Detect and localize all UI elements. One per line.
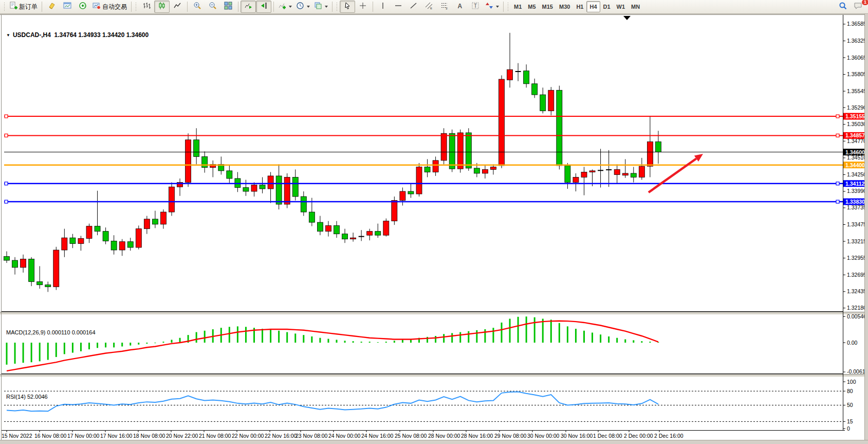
new-order-button[interactable]: 新订单: [7, 1, 40, 13]
time-tick-label: 21 Nov 08:00: [199, 433, 231, 439]
price-chart-canvas[interactable]: 1.365851.363251.360651.358051.355451.352…: [0, 0, 868, 444]
line-handle[interactable]: [5, 182, 8, 185]
crosshair-button[interactable]: [355, 1, 371, 13]
horizontal-line-icon: [394, 2, 402, 12]
indicators-button[interactable]: [276, 1, 294, 13]
line-handle[interactable]: [836, 115, 839, 118]
svg-text:E: E: [430, 7, 432, 10]
chart-shift-button[interactable]: [256, 1, 271, 13]
macd-signal-line: [7, 321, 658, 371]
horizontal-line-1.34112[interactable]: [4, 182, 843, 185]
bear-candle: [557, 90, 562, 166]
time-tick-label: 28 Nov 16:00: [461, 433, 493, 439]
indicators-icon: [278, 2, 286, 12]
toolbar-separator: [131, 2, 132, 12]
timeframe-m30[interactable]: M30: [556, 1, 573, 12]
candlestick-chart-icon: [158, 2, 166, 12]
signals-button[interactable]: [75, 1, 90, 13]
equidistant-channel-button[interactable]: E: [421, 1, 437, 13]
time-tick-label: 18 Nov 08:00: [133, 433, 165, 439]
line-handle[interactable]: [836, 134, 839, 137]
clock-icon: [296, 2, 304, 12]
toolbar-separator: [273, 2, 274, 12]
svg-text:F: F: [446, 7, 448, 10]
text-label-button[interactable]: T: [468, 1, 483, 13]
horizontal-line-1.35155[interactable]: [4, 115, 843, 118]
bear-candle: [334, 225, 340, 234]
line-chart-button[interactable]: [170, 1, 185, 13]
timeframe-w1[interactable]: W1: [614, 1, 629, 12]
strategy-tester-button[interactable]: [60, 1, 75, 13]
bull-candle: [53, 250, 59, 287]
bear-candle: [309, 212, 315, 222]
horizontal-line-1.34857[interactable]: [4, 134, 843, 137]
rsi-tick-label: 15: [847, 418, 853, 424]
time-tick-label: 23 Nov 08:00: [296, 433, 328, 439]
templates-button[interactable]: [312, 1, 330, 13]
line-handle[interactable]: [5, 200, 8, 203]
arrows-button[interactable]: [483, 1, 501, 13]
autotrading-button[interactable]: 自动交易: [90, 1, 129, 13]
toolbar-grip: [507, 2, 509, 11]
new-order-label: 新订单: [19, 3, 38, 11]
cursor-button[interactable]: [340, 1, 355, 13]
periods-button[interactable]: [294, 1, 312, 13]
vertical-line-button[interactable]: [375, 1, 391, 13]
candlestick-chart-button[interactable]: [154, 1, 170, 13]
fibonacci-button[interactable]: F: [437, 1, 452, 13]
line-handle[interactable]: [836, 182, 839, 185]
macd-layer: [7, 316, 658, 371]
timeframe-mn[interactable]: MN: [628, 1, 643, 12]
time-tick-label: 2 Dec 16:00: [654, 433, 684, 439]
horizontal-line-button[interactable]: [391, 1, 406, 13]
line-chart-icon: [173, 2, 181, 12]
timeframe-h4[interactable]: H4: [586, 1, 600, 12]
notifications-button[interactable]: 1: [851, 1, 866, 13]
bear-candle: [408, 191, 414, 194]
chart-shift-marker[interactable]: [623, 16, 631, 20]
timeframe-m5[interactable]: M5: [525, 1, 539, 12]
macd-tick-label: 0.00: [847, 340, 858, 346]
bear-candle: [532, 84, 538, 95]
bull-candle: [136, 229, 141, 247]
window-top-edge: [0, 14, 868, 15]
tile-windows-icon: [224, 2, 232, 12]
timeframe-h1[interactable]: H1: [573, 1, 586, 12]
time-tick-label: 24 Nov 16:00: [361, 433, 394, 439]
trend-arrow-annotation[interactable]: [649, 154, 703, 192]
search-icon: [839, 2, 847, 12]
timeframe-m15[interactable]: M15: [539, 1, 556, 12]
time-tick-label: 25 Nov 08:00: [395, 433, 427, 439]
strategy-tester-icon: [63, 2, 71, 12]
bear-candle: [127, 242, 133, 247]
text-icon: A: [456, 2, 464, 12]
bar-chart-button[interactable]: [139, 1, 154, 13]
window-right-edge[interactable]: [864, 0, 868, 444]
fibonacci-icon: F: [440, 2, 449, 12]
horizontal-line-1.33830[interactable]: [4, 200, 843, 203]
bear-candle: [317, 222, 323, 232]
bear-candle: [37, 281, 43, 285]
bull-candle: [548, 90, 554, 111]
bear-candle: [540, 95, 546, 111]
search-button[interactable]: [835, 1, 851, 13]
timeframe-m1[interactable]: M1: [511, 1, 525, 12]
price-chip-text: 1.34112: [845, 181, 865, 187]
line-handle[interactable]: [836, 200, 839, 203]
bull-candle: [383, 221, 389, 236]
timeframe-d1[interactable]: D1: [600, 1, 614, 12]
text-button[interactable]: A: [452, 1, 468, 13]
timeframe-bar: M1M5M15M30H1H4D1W1MN: [511, 1, 643, 12]
auto-scroll-button[interactable]: [241, 1, 256, 13]
metaeditor-button[interactable]: [44, 1, 60, 13]
line-handle[interactable]: [5, 134, 8, 137]
price-tick-label: 1.34250: [847, 171, 866, 177]
toolbar-grip: [336, 2, 338, 11]
trendline-button[interactable]: [406, 1, 421, 13]
tile-windows-button[interactable]: [220, 1, 236, 13]
zoom-out-button[interactable]: [205, 1, 220, 13]
line-handle[interactable]: [5, 115, 8, 118]
bull-candle: [573, 177, 579, 182]
bull-candle: [507, 69, 513, 80]
zoom-in-button[interactable]: [190, 1, 205, 13]
